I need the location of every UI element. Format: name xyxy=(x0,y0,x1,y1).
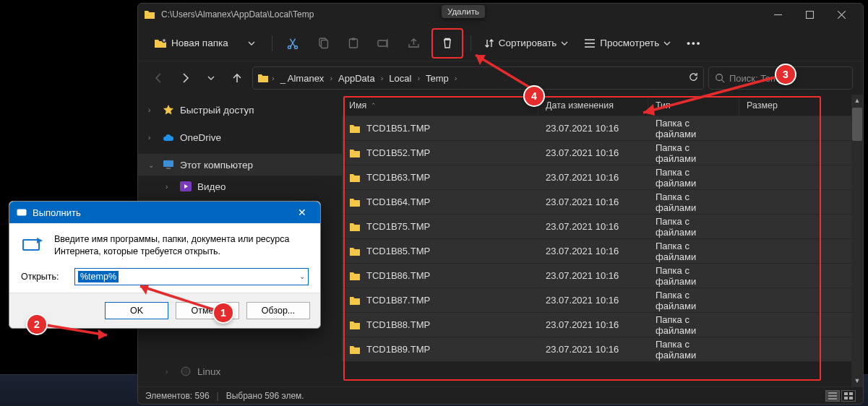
table-row[interactable]: TCD1B86.TMP23.07.2021 10:16Папка с файла… xyxy=(342,264,863,288)
sidebar-linux[interactable]: › Linux xyxy=(138,360,342,382)
svg-rect-14 xyxy=(844,392,848,395)
breadcrumb[interactable]: AppData xyxy=(335,72,378,85)
copy-button[interactable] xyxy=(310,31,336,56)
folder-icon xyxy=(349,221,361,233)
linux-icon xyxy=(180,366,192,377)
folder-icon xyxy=(349,246,361,257)
callout-2: 2 xyxy=(27,315,46,334)
scroll-up-icon[interactable]: ▲ xyxy=(851,95,863,106)
column-name[interactable]: Имя⌃ xyxy=(342,95,538,116)
new-folder-button[interactable]: Новая папка xyxy=(148,31,234,56)
file-name: TCD1B89.TMP xyxy=(366,344,430,355)
table-row[interactable]: TCD1B87.TMP23.07.2021 10:16Папка с файла… xyxy=(342,288,863,313)
view-label: Просмотреть xyxy=(600,38,659,48)
breadcrumb[interactable]: Temp xyxy=(423,72,452,85)
sidebar-quick-access[interactable]: › Быстрый доступ xyxy=(138,99,342,121)
file-name: TCD1B86.TMP xyxy=(366,270,430,281)
file-date: 23.07.2021 10:16 xyxy=(538,147,648,158)
svg-point-3 xyxy=(294,46,297,48)
file-name: TCD1B85.TMP xyxy=(366,246,430,256)
sidebar-item-label: OneDrive xyxy=(180,132,221,143)
sidebar-this-pc[interactable]: ⌄ Этот компьютер xyxy=(138,154,342,176)
table-row[interactable]: TCD1B89.TMP23.07.2021 10:16Папка с файла… xyxy=(342,337,863,362)
scroll-thumb[interactable] xyxy=(852,108,862,141)
cut-button[interactable] xyxy=(280,31,306,56)
sidebar-video[interactable]: › Видео xyxy=(138,176,342,197)
file-date: 23.07.2021 10:16 xyxy=(538,196,648,207)
column-size[interactable]: Размер xyxy=(739,95,863,116)
monitor-icon xyxy=(163,159,174,170)
icons-view-icon[interactable] xyxy=(841,390,856,402)
view-button[interactable]: Просмотреть xyxy=(578,31,676,56)
video-icon xyxy=(180,181,192,192)
run-dialog: Выполнить ✕ Введите имя программы, папки… xyxy=(9,201,321,329)
more-button[interactable]: ••• xyxy=(681,31,707,56)
share-button[interactable] xyxy=(401,31,427,56)
cloud-icon xyxy=(163,131,174,143)
file-type: Папка с файлами xyxy=(648,290,739,311)
svg-rect-10 xyxy=(163,160,173,167)
up-button[interactable] xyxy=(226,67,248,89)
delete-button[interactable] xyxy=(434,31,460,56)
file-date: 23.07.2021 10:16 xyxy=(538,172,648,183)
folder-icon xyxy=(349,319,361,331)
sort-indicator-icon: ⌃ xyxy=(371,102,377,109)
breadcrumb[interactable]: _ Almanex xyxy=(278,72,327,85)
paste-button[interactable] xyxy=(340,31,366,56)
close-button[interactable] xyxy=(825,4,857,25)
forward-button[interactable] xyxy=(174,67,196,89)
file-type: Папка с файлами xyxy=(648,216,739,238)
svg-rect-21 xyxy=(24,241,38,249)
navigation-bar: › _ Almanex › AppData › Local › Temp › П… xyxy=(138,61,863,95)
rename-button[interactable] xyxy=(371,31,397,56)
table-row[interactable]: TCD1B85.TMP23.07.2021 10:16Папка с файла… xyxy=(342,239,863,264)
dropdown-icon[interactable]: ⌄ xyxy=(299,272,305,280)
refresh-button[interactable] xyxy=(688,72,699,85)
folder-icon xyxy=(349,196,361,208)
folder-icon xyxy=(349,270,361,282)
run-close-button[interactable]: ✕ xyxy=(291,207,313,218)
file-type: Папка с файлами xyxy=(648,142,739,164)
address-bar[interactable]: › _ Almanex › AppData › Local › Temp › xyxy=(252,66,704,90)
run-icon xyxy=(21,233,44,256)
run-input[interactable]: %temp% ⌄ xyxy=(74,268,309,285)
file-name: TCD1B75.TMP xyxy=(366,221,430,232)
back-button[interactable] xyxy=(148,67,170,89)
file-type: Папка с файлами xyxy=(648,339,739,360)
column-date[interactable]: Дата изменения xyxy=(538,95,648,116)
table-row[interactable]: TCD1B63.TMP23.07.2021 10:16Папка с файла… xyxy=(342,165,863,190)
sort-label: Сортировать xyxy=(499,38,557,48)
view-toggle[interactable] xyxy=(825,390,856,402)
recent-button[interactable] xyxy=(200,67,222,89)
table-row[interactable]: TCD1B75.TMP23.07.2021 10:16Папка с файла… xyxy=(342,215,863,239)
folder-icon xyxy=(349,344,361,355)
run-titlebar: Выполнить ✕ xyxy=(9,202,320,223)
sidebar-onedrive[interactable]: › OneDrive xyxy=(138,126,342,148)
column-type[interactable]: Тип xyxy=(648,95,739,116)
status-selected: Выбрано 596 элем. xyxy=(226,391,304,401)
toolbar: Новая папка Сортировать Просмотреть ••• xyxy=(138,25,863,61)
scroll-down-icon[interactable]: ▼ xyxy=(851,375,863,386)
file-type: Папка с файлами xyxy=(648,167,739,189)
ok-button[interactable]: OK xyxy=(105,302,168,319)
callout-3: 3 xyxy=(776,65,795,84)
breadcrumb[interactable]: Local xyxy=(386,72,414,85)
maximize-button[interactable] xyxy=(794,4,825,25)
folder-icon xyxy=(257,72,269,84)
table-row[interactable]: TCD1B51.TMP23.07.2021 10:16Папка с файла… xyxy=(342,116,863,141)
sort-button[interactable]: Сортировать xyxy=(478,31,575,56)
sidebar-item-label: Быстрый доступ xyxy=(180,105,254,116)
table-row[interactable]: TCD1B88.TMP23.07.2021 10:16Папка с файла… xyxy=(342,313,863,337)
details-view-icon[interactable] xyxy=(825,390,840,402)
minimize-button[interactable] xyxy=(762,4,794,25)
table-row[interactable]: TCD1B52.TMP23.07.2021 10:16Папка с файла… xyxy=(342,141,863,165)
table-row[interactable]: TCD1B64.TMP23.07.2021 10:16Папка с файла… xyxy=(342,190,863,215)
svg-rect-17 xyxy=(849,397,853,399)
callout-4: 4 xyxy=(525,87,543,105)
scrollbar[interactable]: ▲ ▼ xyxy=(851,95,863,386)
chevron-right-icon: › xyxy=(455,74,457,82)
file-type: Папка с файлами xyxy=(648,265,739,287)
new-dropdown[interactable] xyxy=(239,31,265,56)
folder-icon xyxy=(144,9,155,20)
browse-button[interactable]: Обзор... xyxy=(246,302,310,319)
